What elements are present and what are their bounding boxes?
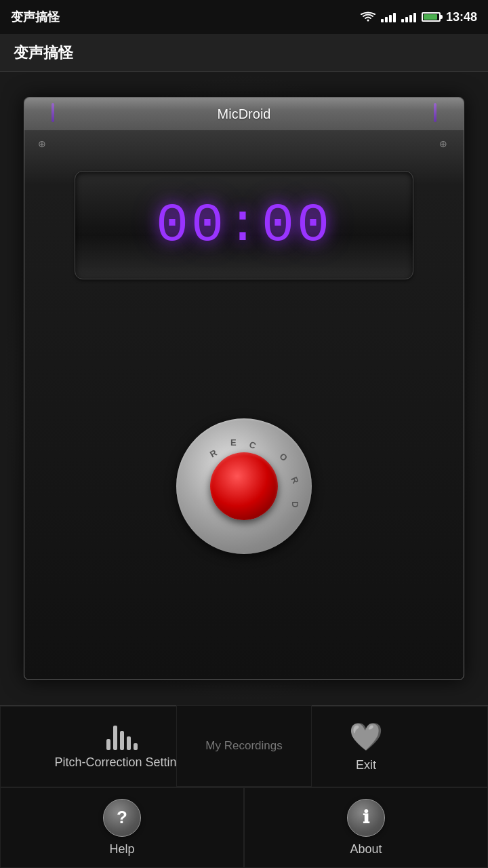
indicator-left xyxy=(52,103,54,122)
record-ring-letter-r1: R xyxy=(208,447,219,459)
my-recordings-label: My Recordings xyxy=(205,739,282,753)
signal-icon-1 xyxy=(381,12,396,22)
indicator-right xyxy=(434,103,436,122)
app-title-bar: 变声搞怪 xyxy=(0,34,488,72)
equalizer-icon xyxy=(106,723,138,750)
wifi-icon xyxy=(361,12,375,22)
battery-icon xyxy=(422,12,441,22)
screw-top-right: ⊕ xyxy=(439,138,450,149)
record-ring-letter-e: E xyxy=(230,437,237,448)
mic-panel-title: MicDroid xyxy=(218,106,271,122)
app-name: 变声搞怪 xyxy=(11,9,60,25)
bottom-nav: Pitch-Correction Settings 🩶 Exit ? Help … xyxy=(0,705,488,868)
record-ring-letter-r2: R xyxy=(289,475,301,486)
about-button[interactable]: ℹ About xyxy=(244,787,488,869)
timer-display: 00:00 xyxy=(75,171,413,279)
help-icon: ? xyxy=(103,799,141,837)
record-ring-letter-d: D xyxy=(289,501,300,508)
help-button[interactable]: ? Help xyxy=(0,787,244,869)
pitch-settings-label: Pitch-Correction Settings xyxy=(54,755,189,770)
help-label: Help xyxy=(109,842,134,856)
my-recordings-button[interactable]: My Recordings xyxy=(176,705,312,787)
about-icon: ℹ xyxy=(347,799,385,837)
signal-icon-2 xyxy=(401,12,416,22)
status-icons: 13:48 xyxy=(361,10,477,24)
record-button[interactable]: R E C O R D xyxy=(176,418,312,554)
status-bar: 变声搞怪 13:48 xyxy=(0,0,488,34)
app-title: 变声搞怪 xyxy=(14,43,73,63)
status-time: 13:48 xyxy=(446,10,477,24)
timer-text: 00:00 xyxy=(156,195,332,256)
main-content: MicDroid ⊕ ⊕ 00:00 R E C O R D xyxy=(0,72,488,705)
record-area: R E C O R D xyxy=(176,293,312,679)
screw-top-left: ⊕ xyxy=(38,138,49,149)
record-button-center[interactable] xyxy=(210,452,278,520)
exit-label: Exit xyxy=(356,758,376,772)
mic-panel-header: MicDroid xyxy=(24,98,464,130)
mic-panel: MicDroid ⊕ ⊕ 00:00 R E C O R D xyxy=(24,97,464,680)
record-ring-letter-o: O xyxy=(277,451,289,464)
heart-icon: 🩶 xyxy=(349,721,383,753)
about-label: About xyxy=(350,842,382,856)
record-ring-letter-c: C xyxy=(248,439,258,452)
